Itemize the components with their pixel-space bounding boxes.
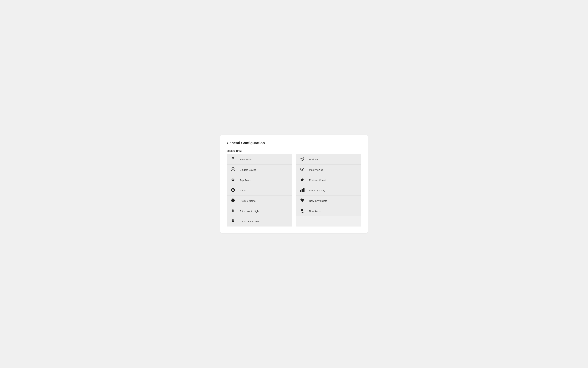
sort-item-position[interactable]: Position bbox=[296, 154, 361, 165]
stock-quantity-label: Stock Quantity bbox=[309, 189, 325, 192]
svg-rect-19 bbox=[303, 188, 305, 192]
card-title: General Configuration bbox=[227, 141, 361, 145]
svg-point-16 bbox=[302, 178, 303, 179]
sort-item-best-seller[interactable]: Best Seller bbox=[227, 154, 292, 165]
svg-rect-18 bbox=[302, 189, 303, 192]
product-name-label: Product Name bbox=[240, 199, 256, 202]
price-high-low-label: Price: high to low bbox=[240, 220, 259, 223]
best-seller-icon bbox=[230, 156, 236, 162]
svg-point-5 bbox=[233, 179, 234, 180]
svg-rect-17 bbox=[300, 190, 301, 192]
sort-item-most-viewed[interactable]: Most Viewed bbox=[296, 165, 361, 175]
right-sort-list: Position Most Viewed Reviews Count Stock… bbox=[296, 154, 361, 227]
price-low-high-label: Price: low to high bbox=[240, 210, 259, 212]
sort-item-price[interactable]: $ Price bbox=[227, 185, 292, 196]
price-high-low-icon bbox=[230, 219, 236, 224]
sort-item-price-low-high[interactable]: Price: low to high bbox=[227, 206, 292, 216]
left-sort-list: Best Seller $ Biggest Saving Top Rated $… bbox=[227, 154, 292, 227]
most-viewed-icon bbox=[299, 167, 305, 173]
now-in-wishlists-label: Now in Wishlists bbox=[309, 199, 327, 202]
price-icon: $ bbox=[230, 188, 236, 193]
svg-text:$: $ bbox=[232, 189, 234, 191]
sort-item-new-arrival[interactable]: New Arrival bbox=[296, 206, 361, 216]
svg-point-1 bbox=[233, 158, 234, 158]
reviews-count-icon bbox=[299, 177, 305, 183]
new-arrival-label: New Arrival bbox=[309, 210, 322, 212]
svg-rect-9 bbox=[233, 220, 234, 221]
sort-item-reviews-count[interactable]: Reviews Count bbox=[296, 175, 361, 185]
lists-wrapper: Best Seller $ Biggest Saving Top Rated $… bbox=[227, 154, 361, 227]
sort-item-price-high-low[interactable]: Price: high to low bbox=[227, 216, 292, 227]
best-seller-label: Best Seller bbox=[240, 158, 252, 161]
svg-point-21 bbox=[301, 209, 303, 212]
sort-item-product-name[interactable]: Product Name bbox=[227, 196, 292, 206]
top-rated-label: Top Rated bbox=[240, 179, 251, 182]
position-icon bbox=[299, 156, 305, 162]
most-viewed-label: Most Viewed bbox=[309, 168, 323, 171]
biggest-saving-icon: $ bbox=[230, 167, 236, 173]
section-label: Sorting Order bbox=[227, 150, 361, 152]
svg-rect-8 bbox=[233, 210, 234, 212]
svg-rect-20 bbox=[299, 192, 305, 192]
svg-point-11 bbox=[302, 158, 303, 159]
svg-point-14 bbox=[302, 169, 303, 170]
sort-item-top-rated[interactable]: Top Rated bbox=[227, 175, 292, 185]
general-configuration-card: General Configuration Sorting Order Best… bbox=[220, 135, 368, 233]
price-label: Price bbox=[240, 189, 245, 192]
sort-item-now-in-wishlists[interactable]: Now in Wishlists bbox=[296, 196, 361, 206]
price-low-high-icon bbox=[230, 208, 236, 214]
sort-item-biggest-saving[interactable]: $ Biggest Saving bbox=[227, 165, 292, 175]
stock-quantity-icon bbox=[299, 188, 305, 193]
new-arrival-icon bbox=[299, 208, 305, 214]
reviews-count-label: Reviews Count bbox=[309, 179, 326, 182]
now-in-wishlists-icon bbox=[299, 198, 305, 203]
top-rated-icon bbox=[230, 177, 236, 183]
product-name-icon bbox=[230, 198, 236, 203]
position-label: Position bbox=[309, 158, 318, 161]
sort-item-stock-quantity[interactable]: Stock Quantity bbox=[296, 185, 361, 196]
biggest-saving-label: Biggest Saving bbox=[240, 168, 256, 171]
